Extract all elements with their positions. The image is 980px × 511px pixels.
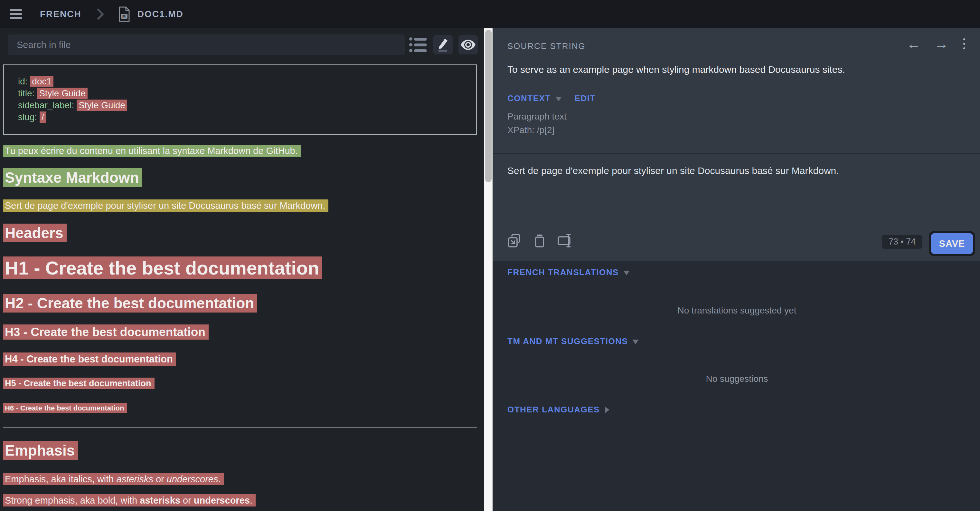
doc-heading-1: H1 - Create the best documentation: [3, 256, 482, 279]
frontmatter-line: id: doc1: [18, 75, 476, 87]
hamburger-menu-icon[interactable]: [10, 10, 22, 19]
context-type: Paragraph text: [508, 112, 566, 122]
doc-heading-3: H3 - Create the best documentation: [3, 325, 482, 340]
translation-string-untranslated[interactable]: Emphasis: [3, 441, 78, 460]
doc-heading-6: H6 - Create the best documentation: [3, 404, 482, 413]
context-row: CONTEXT EDIT: [508, 93, 596, 104]
top-bar: FRENCH M DOC1.MD: [0, 0, 980, 28]
breadcrumb-project[interactable]: FRENCH: [40, 9, 81, 19]
translation-input[interactable]: Sert de page d'exemple pour styliser un …: [508, 164, 964, 177]
markdown-file-icon: M: [118, 6, 130, 22]
frontmatter-value[interactable]: doc1: [30, 76, 53, 87]
next-string-icon[interactable]: →: [934, 37, 948, 51]
tm-mt-toggle[interactable]: TM AND MT SUGGESTIONS: [508, 336, 628, 347]
translation-string-translated[interactable]: Syntaxe Markdown: [3, 168, 142, 187]
french-translations-toggle[interactable]: FRENCH TRANSLATIONS: [508, 267, 619, 278]
tm-mt-empty: No suggestions: [493, 374, 980, 384]
french-translations-section: FRENCH TRANSLATIONS: [508, 267, 630, 278]
tm-mt-section: TM AND MT SUGGESTIONS: [508, 336, 639, 347]
breadcrumb-file[interactable]: DOC1.MD: [137, 9, 183, 19]
delete-translation-icon[interactable]: [533, 233, 546, 248]
doc-heading-2: Headers: [3, 224, 482, 242]
source-string-card: SOURCE STRING ← → To serve as an example…: [493, 28, 980, 261]
frontmatter-value[interactable]: /: [40, 112, 46, 123]
breadcrumb-chevron-icon: [97, 8, 104, 20]
translation-string-untranslated[interactable]: H5 - Create the best documentation: [3, 378, 154, 389]
chevron-down-icon[interactable]: [623, 271, 630, 275]
translation-string-untranslated[interactable]: H1 - Create the best documentation: [3, 257, 322, 279]
svg-text:M: M: [123, 14, 126, 19]
chevron-down-icon[interactable]: [632, 340, 639, 344]
frontmatter-line: sidebar_label: Style Guide: [18, 99, 476, 111]
translation-string-untranslated[interactable]: Headers: [3, 224, 67, 242]
context-edit-button[interactable]: EDIT: [575, 93, 596, 104]
doc-paragraph: Strong emphasis, aka bold, with asterisk…: [3, 494, 482, 507]
frontmatter-value[interactable]: Style Guide: [76, 99, 127, 111]
editor-toolbar: [508, 233, 573, 248]
document-scrollbar-track[interactable]: [484, 28, 493, 511]
string-list-button[interactable]: [408, 35, 428, 54]
chevron-right-icon[interactable]: [605, 407, 609, 413]
translation-string-untranslated[interactable]: Strong emphasis, aka bold, with asterisk…: [3, 494, 256, 506]
translation-string-untranslated[interactable]: H3 - Create the best documentation: [3, 324, 208, 340]
document-scrollbar-thumb[interactable]: [485, 30, 492, 182]
search-row: [0, 34, 484, 56]
doc-heading-4: H4 - Create the best documentation: [3, 353, 482, 366]
copy-source-icon[interactable]: [508, 233, 522, 248]
frontmatter-line: slug: /: [18, 111, 476, 123]
search-input[interactable]: [8, 35, 405, 55]
translation-string-untranslated[interactable]: H4 - Create the best documentation: [3, 353, 176, 366]
doc-paragraph: Sert de page d'exemple pour styliser un …: [3, 199, 482, 212]
edit-mode-button[interactable]: [433, 35, 453, 54]
frontmatter-block: id: doc1 title: Style Guide sidebar_labe…: [3, 64, 477, 135]
french-translations-empty: No translations suggested yet: [493, 305, 980, 316]
translation-string-untranslated[interactable]: Emphasis, aka italics, with asterisks or…: [3, 473, 224, 485]
translation-editor-app: FRENCH M DOC1.MD: [0, 0, 980, 511]
source-string-label: SOURCE STRING: [508, 41, 585, 51]
other-languages-section: OTHER LANGUAGES: [508, 405, 609, 415]
document-content: id: doc1 title: Style Guide sidebar_labe…: [3, 64, 482, 507]
frontmatter-value[interactable]: Style Guide: [37, 88, 88, 99]
string-navigation: ← →: [907, 37, 966, 51]
select-text-icon[interactable]: [557, 233, 573, 248]
translation-string-untranslated[interactable]: H6 - Create the best documentation: [3, 403, 127, 413]
doc-paragraph: Tu peux écrire du contenu en utilisant l…: [3, 144, 482, 157]
doc-heading-5: H5 - Create the best documentation: [3, 378, 482, 389]
chevron-down-icon[interactable]: [555, 97, 562, 101]
translation-string-untranslated[interactable]: H2 - Create the best documentation: [3, 294, 257, 313]
doc-divider: [3, 427, 477, 428]
context-xpath: XPath: /p[2]: [508, 125, 554, 135]
doc-heading-2: Emphasis: [3, 441, 482, 460]
more-options-icon[interactable]: [962, 37, 966, 51]
translation-string-translated[interactable]: Tu peux écrire du contenu en utilisant l…: [3, 145, 301, 157]
doc-heading-2: Syntaxe Markdown: [3, 169, 482, 187]
doc-heading-2: H2 - Create the best documentation: [3, 294, 482, 313]
doc-paragraph: Emphasis, aka italics, with asterisks or…: [3, 473, 482, 485]
previous-string-icon[interactable]: ←: [907, 37, 921, 51]
preview-eye-button[interactable]: [458, 35, 478, 54]
editor-divider: [493, 153, 980, 154]
context-toggle[interactable]: CONTEXT: [508, 93, 551, 104]
translation-side-panel: SOURCE STRING ← → To serve as an example…: [493, 28, 980, 511]
source-string-text: To serve as an example page when styling…: [508, 63, 964, 76]
frontmatter-line: title: Style Guide: [18, 87, 476, 99]
save-button[interactable]: SAVE: [931, 233, 973, 254]
translation-string-selected[interactable]: Sert de page d'exemple pour styliser un …: [3, 200, 328, 212]
other-languages-toggle[interactable]: OTHER LANGUAGES: [508, 405, 600, 415]
doc-link[interactable]: la syntaxe Markdown de GitHub: [163, 145, 295, 156]
character-counter: 73 • 74: [882, 235, 923, 249]
document-panel: id: doc1 title: Style Guide sidebar_labe…: [0, 28, 484, 511]
